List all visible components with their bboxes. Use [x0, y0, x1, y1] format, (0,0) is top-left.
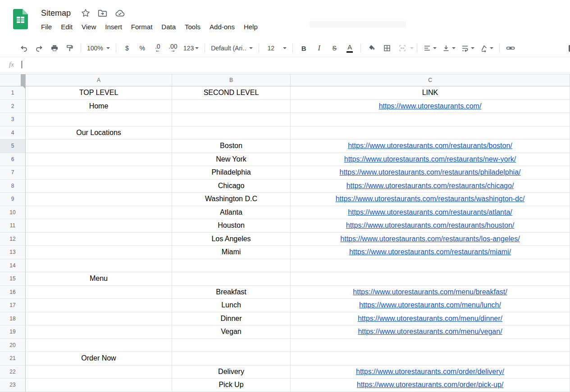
paint-format-button[interactable]: [64, 42, 76, 54]
row-header-9[interactable]: 9: [0, 193, 26, 206]
cell-C14[interactable]: [291, 259, 570, 273]
text-color-button[interactable]: A: [344, 42, 356, 54]
menu-file[interactable]: File: [41, 23, 52, 31]
chevron-down-icon[interactable]: [410, 47, 414, 49]
cell-C12[interactable]: https://www.utorestaurants.com/restauran…: [291, 233, 570, 246]
font-family-select[interactable]: Default (Ari…: [210, 42, 254, 54]
cell-A21[interactable]: Order Now: [26, 352, 172, 365]
cell-A8[interactable]: [26, 180, 172, 193]
cell-A23[interactable]: [26, 378, 172, 392]
cell-A13[interactable]: [26, 246, 172, 259]
cell-A20[interactable]: [26, 339, 172, 352]
row-header-6[interactable]: 6: [0, 153, 26, 167]
menu-data[interactable]: Data: [161, 23, 176, 31]
cell-B15[interactable]: [172, 272, 291, 286]
cell-link-C5[interactable]: https://www.utorestaurants.com/restauran…: [348, 142, 512, 150]
cell-A22[interactable]: [26, 365, 172, 379]
cell-C20[interactable]: [291, 339, 570, 352]
row-header-17[interactable]: 17: [0, 299, 26, 312]
cell-link-C10[interactable]: https://www.utorestaurants.com/restauran…: [348, 208, 512, 216]
cell-A2[interactable]: Home: [26, 100, 172, 113]
menu-tools[interactable]: Tools: [185, 23, 201, 31]
cell-B21[interactable]: [172, 352, 291, 365]
cell-B3[interactable]: [172, 113, 291, 126]
format-currency-button[interactable]: $: [121, 42, 133, 54]
cloud-saved-icon[interactable]: [115, 9, 125, 17]
cell-B14[interactable]: [172, 259, 291, 273]
cell-B12[interactable]: Los Angeles: [172, 233, 291, 246]
cell-C8[interactable]: https://www.utorestaurants.com/restauran…: [291, 180, 570, 193]
cell-A5[interactable]: [26, 140, 172, 153]
cell-link-C11[interactable]: https://www.utorestaurants.com/restauran…: [346, 221, 515, 230]
cell-link-C17[interactable]: https://www.utorestaurants.com/menu/lunc…: [359, 301, 501, 309]
text-rotation-button[interactable]: [479, 42, 494, 54]
insert-link-button[interactable]: [505, 42, 516, 54]
cell-A9[interactable]: [26, 193, 172, 206]
row-header-11[interactable]: 11: [0, 219, 26, 233]
redo-button[interactable]: [33, 42, 45, 54]
vertical-align-button[interactable]: [441, 42, 456, 54]
cell-link-C18[interactable]: https://www.utorestaurants.com/menu/dinn…: [358, 315, 502, 323]
row-header-21[interactable]: 21: [0, 352, 26, 365]
cell-A12[interactable]: [26, 233, 172, 246]
cell-link-C9[interactable]: https://www.utorestaurants.com/restauran…: [336, 195, 525, 203]
borders-button[interactable]: [381, 42, 393, 54]
cell-B5[interactable]: Boston: [172, 140, 291, 153]
cell-C16[interactable]: https://www.utorestaurants.com/menu/brea…: [291, 286, 570, 299]
row-header-3[interactable]: 3: [0, 113, 26, 126]
cell-A4[interactable]: Our Locations: [26, 126, 172, 140]
cell-C10[interactable]: https://www.utorestaurants.com/restauran…: [291, 206, 570, 220]
cell-C2[interactable]: https://www.utorestaurants.com/: [291, 100, 570, 113]
cell-C9[interactable]: https://www.utorestaurants.com/restauran…: [291, 193, 570, 206]
cell-A18[interactable]: [26, 312, 172, 326]
cell-C19[interactable]: https://www.utorestaurants.com/menu/vega…: [291, 325, 570, 339]
cell-link-C7[interactable]: https://www.utorestaurants.com/restauran…: [340, 168, 521, 176]
row-header-20[interactable]: 20: [0, 339, 26, 352]
row-header-8[interactable]: 8: [0, 180, 26, 193]
menu-addons[interactable]: Add-ons: [210, 23, 235, 31]
cell-B18[interactable]: Dinner: [172, 312, 291, 326]
star-icon[interactable]: [81, 9, 90, 18]
bold-button[interactable]: B: [298, 42, 310, 54]
cell-C22[interactable]: https://www.utorestaurants.com/order/del…: [291, 365, 570, 379]
cell-B19[interactable]: Vegan: [172, 325, 291, 339]
row-header-18[interactable]: 18: [0, 312, 26, 326]
cell-B8[interactable]: Chicago: [172, 180, 291, 193]
cell-B22[interactable]: Delivery: [172, 365, 291, 379]
cell-C3[interactable]: [291, 113, 570, 126]
cell-B17[interactable]: Lunch: [172, 299, 291, 312]
font-size-select[interactable]: 12: [264, 42, 287, 54]
move-to-folder-icon[interactable]: [98, 9, 107, 18]
cell-C4[interactable]: [291, 126, 570, 140]
cell-A7[interactable]: [26, 166, 172, 180]
cell-link-C16[interactable]: https://www.utorestaurants.com/menu/brea…: [353, 288, 507, 296]
cell-B7[interactable]: Philadelphia: [172, 166, 291, 180]
sheets-logo-icon[interactable]: [13, 9, 28, 31]
format-percent-button[interactable]: %: [137, 42, 148, 54]
more-formats-button[interactable]: 123: [182, 42, 200, 54]
cell-C5[interactable]: https://www.utorestaurants.com/restauran…: [291, 140, 570, 153]
cell-C11[interactable]: https://www.utorestaurants.com/restauran…: [291, 219, 570, 233]
cell-B4[interactable]: [172, 126, 291, 140]
column-header-b[interactable]: B: [172, 74, 291, 86]
row-header-1[interactable]: 1: [0, 86, 26, 100]
row-header-13[interactable]: 13: [0, 246, 26, 259]
cell-link-C8[interactable]: https://www.utorestaurants.com/restauran…: [347, 182, 514, 190]
cell-C6[interactable]: https://www.utorestaurants.com/restauran…: [291, 153, 570, 167]
cell-C23[interactable]: https://www.utorestaurants.com/order/pic…: [291, 378, 570, 392]
cell-B10[interactable]: Atlanta: [172, 206, 291, 220]
cell-A14[interactable]: [26, 259, 172, 273]
cell-B2[interactable]: [172, 100, 291, 113]
cell-B23[interactable]: Pick Up: [172, 378, 291, 392]
cell-A1[interactable]: TOP LEVEL: [26, 86, 172, 100]
row-header-12[interactable]: 12: [0, 233, 26, 246]
row-header-2[interactable]: 2: [0, 100, 26, 113]
cell-B20[interactable]: [172, 339, 291, 352]
cell-B13[interactable]: Miami: [172, 246, 291, 259]
row-header-15[interactable]: 15: [0, 272, 26, 286]
select-all-corner[interactable]: [0, 74, 26, 86]
cell-link-C19[interactable]: https://www.utorestaurants.com/menu/vega…: [358, 328, 502, 336]
cell-B11[interactable]: Houston: [172, 219, 291, 233]
undo-button[interactable]: [18, 42, 30, 54]
menu-help[interactable]: Help: [244, 23, 258, 31]
